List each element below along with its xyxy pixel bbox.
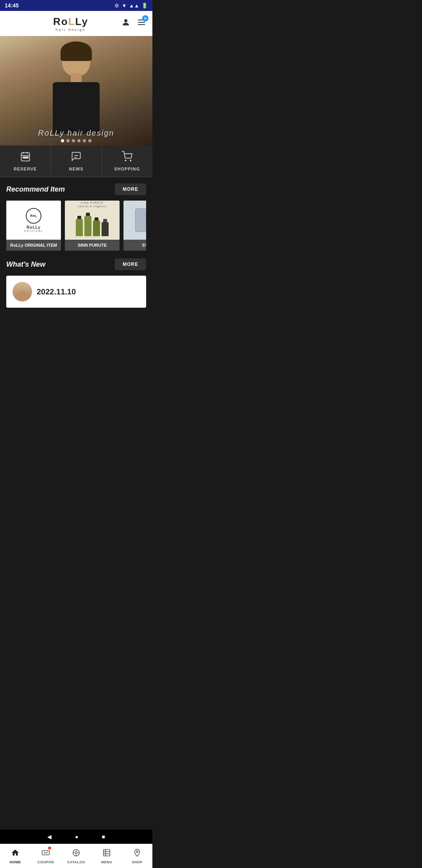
nav-news[interactable]: NEWS [51, 145, 102, 177]
carousel-dots [61, 139, 91, 142]
recommend-section: Recommend Item MORE R●L RoLLy ORIGINAL R… [0, 177, 152, 258]
rolly-original-subtitle: ORIGINAL [24, 230, 43, 232]
recommend-title: Recommend Item [6, 185, 65, 194]
product-grid: R●L RoLLy ORIGINAL RoLLy ORIGINAL ITEM S… [6, 201, 146, 252]
whats-new-section: What's New MORE 2022.11.10 [0, 258, 152, 314]
news-more-button[interactable]: MORE [115, 258, 146, 270]
status-icons: ⚙ ▼ ▲▲ 🔋 [114, 3, 148, 9]
whats-new-title: What's New [6, 260, 45, 269]
notification-badge: N [142, 15, 148, 22]
product-rolly-original[interactable]: R●L RoLLy ORIGINAL RoLLy ORIGINAL ITEM [6, 201, 61, 251]
quick-nav: RESERVE NEWS SHOPPING [0, 145, 152, 177]
battery-icon: 🔋 [141, 3, 148, 9]
status-bar: 14:45 ⚙ ▼ ▲▲ 🔋 [0, 0, 152, 11]
news-section-header: What's New MORE [6, 258, 146, 270]
news-avatar [13, 282, 32, 301]
product-sinn-image: SINN PURETEnatural & organics [65, 201, 120, 240]
svg-point-14 [130, 160, 131, 161]
rolly-circle: R●L [26, 208, 41, 224]
logo-main: RoLLy [53, 16, 88, 28]
hero-overlay-text: RoLLy hair design [0, 129, 152, 138]
recommend-more-button[interactable]: MORE [115, 183, 146, 195]
product-rolly-image: R●L RoLLy ORIGINAL [6, 201, 61, 240]
product-system[interactable]: SYSTEM [123, 201, 146, 251]
calendar-icon [20, 151, 31, 164]
dot-3[interactable] [72, 139, 75, 142]
product-sinn-purete[interactable]: SINN PURETEnatural & organics [65, 201, 120, 251]
svg-rect-2 [138, 22, 145, 23]
news-date: 2022.11.10 [37, 287, 76, 296]
signal-icon: ▲▲ [129, 3, 139, 9]
header-actions: N [121, 18, 146, 29]
svg-rect-9 [25, 157, 26, 158]
wifi-icon: ▼ [122, 3, 127, 9]
dot-4[interactable] [77, 139, 80, 142]
profile-button[interactable] [121, 18, 131, 29]
app-logo: RoLLy hair design [53, 16, 88, 32]
svg-point-13 [125, 160, 126, 161]
news-label: NEWS [69, 167, 83, 171]
svg-point-0 [124, 19, 127, 22]
shopping-cart-icon [122, 151, 132, 164]
sinn-brand-text: SINN PURETEnatural & organics [78, 201, 107, 208]
svg-rect-8 [23, 157, 25, 158]
product-sinn-label: SINN PURUTE [65, 240, 120, 251]
rolly-brand-name: RoLLy [27, 225, 41, 230]
product-system-image [123, 201, 146, 240]
app-header: RoLLy hair design N [0, 11, 152, 36]
chat-icon [71, 151, 82, 164]
svg-rect-3 [138, 24, 145, 25]
svg-rect-10 [27, 157, 28, 158]
logo-sub: hair design [55, 28, 86, 32]
dot-6[interactable] [88, 139, 91, 142]
news-card[interactable]: 2022.11.10 [6, 276, 146, 308]
nav-shopping[interactable]: SHOPPING [102, 145, 152, 177]
rolly-logo: R●L RoLLy ORIGINAL [24, 208, 43, 232]
shopping-label: SHOPPING [114, 167, 140, 171]
hero-carousel[interactable]: RoLLy hair design [0, 36, 152, 145]
settings-icon: ⚙ [114, 3, 119, 9]
recommend-header: Recommend Item MORE [6, 183, 146, 195]
product-rolly-label: RoLLy ORIGINAL ITEM [6, 240, 61, 251]
sinn-bottles [73, 210, 112, 239]
reserve-label: RESERVE [14, 167, 37, 171]
dot-2[interactable] [66, 139, 70, 142]
dot-1[interactable] [61, 139, 64, 142]
nav-reserve[interactable]: RESERVE [0, 145, 51, 177]
product-system-label: SYSTEM [123, 240, 146, 251]
status-time: 14:45 [5, 2, 19, 9]
dot-5[interactable] [83, 139, 86, 142]
menu-button[interactable]: N [137, 18, 146, 29]
hero-person-silhouette [31, 40, 121, 134]
